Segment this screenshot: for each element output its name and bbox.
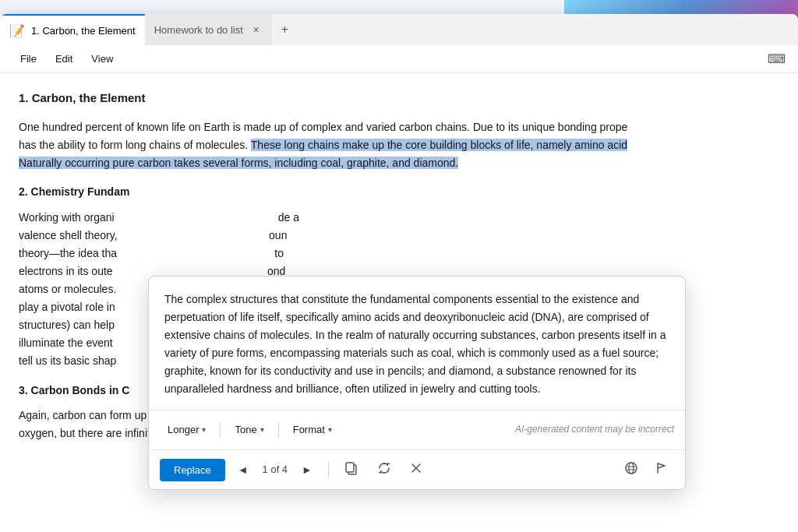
nav-prev-button[interactable]: ◄ (231, 460, 255, 479)
longer-chevron-icon: ▾ (202, 424, 206, 436)
longer-label: Longer (168, 422, 199, 439)
tab-label-carbon: 1. Carbon, the Element (31, 25, 136, 37)
rewrite-actions: Replace ◄ 1 of 4 ► (149, 450, 685, 489)
flag-icon (654, 461, 668, 475)
toolbar-separator-2 (278, 422, 279, 438)
refresh-icon (377, 461, 391, 475)
right-actions (618, 458, 674, 481)
format-label: Format (293, 422, 325, 439)
menu-edit[interactable]: Edit (48, 50, 80, 68)
actions-separator-1 (328, 462, 329, 477)
app-window: 📝 1. Carbon, the Element Homework to do … (0, 14, 798, 532)
content-area: 1. Carbon, the Element One hundred perce… (0, 73, 798, 532)
tab-icon-carbon: 📝 (9, 23, 25, 38)
menu-file[interactable]: File (12, 50, 44, 68)
flag-icon-button[interactable] (648, 458, 674, 481)
tab-carbon[interactable]: 📝 1. Carbon, the Element (0, 14, 145, 45)
svg-rect-1 (346, 463, 354, 472)
tone-dropdown[interactable]: Tone ▾ (227, 418, 271, 442)
section2-title-text: 2. Chemistry Fundam (19, 185, 129, 198)
toolbar-separator-1 (220, 422, 221, 438)
longer-dropdown[interactable]: Longer ▾ (160, 418, 214, 442)
nav-counter: 1 of 4 (261, 462, 290, 478)
menu-bar: File Edit View ⌨ (0, 45, 798, 73)
doc-title: 1. Carbon, the Element (19, 89, 779, 107)
format-dropdown[interactable]: Format ▾ (285, 418, 340, 442)
copy-icon-button[interactable] (338, 458, 365, 481)
title-bar: 📝 1. Carbon, the Element Homework to do … (0, 14, 798, 45)
para1-highlight2: Naturally occurring pure carbon takes se… (19, 157, 458, 169)
para1-text-start: One hundred percent of known life on Ear… (19, 121, 627, 133)
refresh-icon-button[interactable] (371, 458, 397, 481)
format-chevron-icon: ▾ (328, 424, 332, 436)
nav-next-button[interactable]: ► (295, 460, 319, 479)
close-icon (410, 462, 422, 474)
para1-highlight: These long chains make up the core build… (251, 139, 627, 151)
tab-homework[interactable]: Homework to do list ✕ (145, 14, 272, 45)
section3-title-text: 3. Carbon Bonds in C (19, 384, 129, 396)
tone-label: Tone (235, 422, 256, 439)
para1-text-middle: has the ability to form long chains of m… (19, 139, 251, 151)
menu-keyboard-icon: ⌨ (768, 51, 786, 66)
tab-close-homework[interactable]: ✕ (249, 23, 263, 37)
replace-button[interactable]: Replace (160, 459, 225, 481)
ai-disclaimer: AI-generated content may be incorrect (515, 422, 674, 437)
section2-title: 2. Chemistry Fundam (19, 183, 779, 200)
tab-label-homework: Homework to do list (154, 24, 243, 36)
tone-chevron-icon: ▾ (260, 424, 264, 436)
menu-view[interactable]: View (83, 50, 121, 68)
layers-icon (624, 461, 638, 475)
copy-icon (344, 461, 358, 475)
layers-icon-button[interactable] (618, 458, 644, 481)
svg-point-4 (626, 463, 637, 474)
rewrite-text: The complex structures that constitute t… (149, 277, 685, 410)
svg-point-5 (629, 463, 634, 474)
rewrite-toolbar: Longer ▾ Tone ▾ Format ▾ AI-generated co… (149, 410, 685, 451)
close-icon-button[interactable] (404, 459, 429, 481)
tab-new-button[interactable]: + (272, 14, 298, 45)
rewrite-popup: The complex structures that constitute t… (148, 276, 686, 490)
doc-paragraph-1: One hundred percent of known life on Ear… (19, 118, 779, 172)
